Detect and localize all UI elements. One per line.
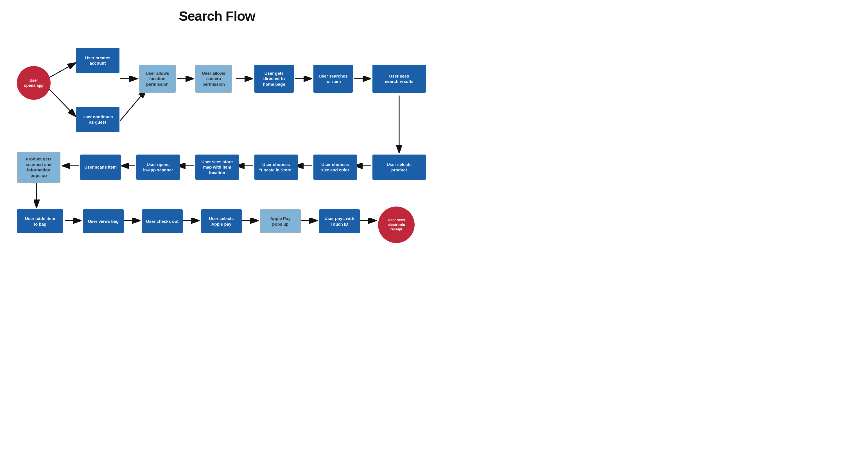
node-user-continues-guest: User continues as guest: [76, 107, 120, 132]
svg-line-1: [47, 63, 76, 79]
node-user-sees-results: User sees search results: [372, 65, 426, 93]
node-user-chooses-locate: User chooses "Locate in Store": [254, 155, 298, 180]
page-title: Search Flow: [11, 8, 423, 24]
svg-line-2: [47, 87, 76, 117]
node-user-selects-product: User selects product: [372, 155, 426, 180]
node-user-sees-store-map: User sees store map with item location: [195, 155, 239, 180]
node-user-allows-location: User allows location permission: [139, 65, 176, 93]
flow-diagram: User opens app User creates account User…: [11, 35, 422, 238]
node-apple-pay-pops-up: Apple Pay pops up: [260, 209, 301, 233]
node-user-chooses-size: User chooses size and color: [313, 155, 357, 180]
node-user-allows-camera: User allows camera permission: [195, 65, 232, 93]
node-user-views-bag: User views bag: [83, 209, 124, 233]
node-user-opens-app: User opens app: [17, 66, 51, 100]
node-user-opens-scanner: User opens in-app scanner: [136, 155, 180, 180]
node-user-searches-item: User searches for item: [313, 65, 353, 93]
node-user-creates-account: User creates account: [76, 48, 120, 73]
node-user-scans-item: User scans item: [80, 155, 121, 180]
page: Search Flow: [0, 0, 434, 249]
node-user-pays-touch-id: User pays with Touch ID: [319, 209, 360, 233]
node-user-directed-home: User gets directed to home page: [254, 65, 294, 93]
node-user-selects-apple-pay: User selects Apple pay: [201, 209, 242, 233]
node-user-adds-item: User adds item to bag: [17, 209, 63, 233]
node-product-gets-scanned: Product gets scanned and information pop…: [17, 152, 60, 183]
svg-line-4: [120, 90, 146, 121]
node-user-checks-out: User checks out: [142, 209, 183, 233]
node-user-sees-receipt: User sees electronic receipt: [378, 207, 414, 243]
